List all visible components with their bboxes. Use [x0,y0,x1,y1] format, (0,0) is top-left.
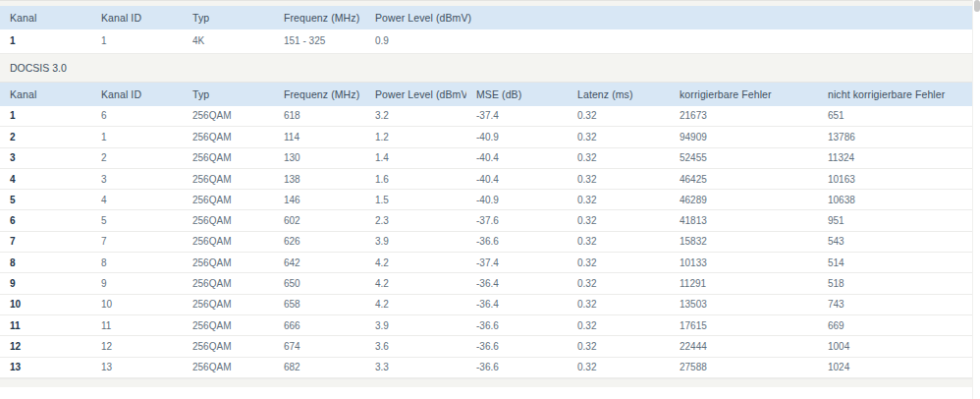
cell-nicht-korrigierbare-fehler: 11324 [818,147,972,168]
cell-kanal-id: 10 [91,294,183,314]
column-header: Frequenz (MHz) [274,6,365,29]
cell-kanal: 5 [0,190,91,210]
table-row: 3 2 256QAM 130 1.4 -40.4 0.32 52455 1132… [0,147,972,168]
cell-kanal-id: 7 [91,231,183,252]
docsis30-section-label: DOCSIS 3.0 [0,54,972,83]
cell-nicht-korrigierbare-fehler: 1024 [818,357,972,377]
cell-power-level: 2.3 [365,210,466,231]
cell-kanal: 9 [0,273,91,294]
cell-kanal: 10 [0,294,91,314]
cell-mse: -40.9 [466,190,568,210]
cell-korrigierbare-fehler: 13503 [670,294,818,314]
column-header: Frequenz (MHz) [274,83,365,106]
cell-kanal-id: 3 [91,168,183,189]
table-row: 7 7 256QAM 626 3.9 -36.6 0.32 15832 543 [0,231,972,252]
cell-mse: -37.6 [466,210,568,231]
cell-kanal-id: 5 [91,210,183,231]
cell-korrigierbare-fehler: 46425 [670,168,818,189]
cell-frequenz: 666 [274,314,365,335]
cell-nicht-korrigierbare-fehler: 10163 [818,168,972,189]
cell-power-level: 1.6 [365,168,466,189]
cell-kanal-id: 6 [91,106,183,127]
cell-latenz: 0.32 [568,253,670,273]
cell-korrigierbare-fehler: 52455 [670,147,818,168]
cell-mse: -37.4 [466,253,568,273]
cell-kanal: 12 [0,336,91,357]
bottom-section-divider [0,378,972,387]
column-header: Power Level (dBmV) [365,6,972,29]
cell-korrigierbare-fehler: 10133 [670,253,818,273]
column-header: Power Level (dBmV) [365,83,466,106]
docsis31-table-header: Kanal Kanal ID Typ Frequenz (MHz) Power … [0,6,972,29]
column-header: Kanal ID [91,83,183,106]
cell-power-level: 4.2 [365,294,466,314]
cell-power-level: 3.2 [365,106,466,127]
cell-power-level: 3.6 [365,336,466,357]
cell-typ: 256QAM [183,231,274,252]
cell-kanal: 3 [0,147,91,168]
column-header: Typ [183,83,274,106]
vertical-scrollbar[interactable] [972,0,980,399]
cell-frequenz: 114 [274,127,365,147]
cell-kanal: 1 [0,106,91,127]
cell-frequenz: 146 [274,190,365,210]
cell-mse: -40.4 [466,147,568,168]
cell-power-level: 4.2 [365,273,466,294]
cell-power-level: 1.2 [365,127,466,147]
cell-frequenz: 674 [274,336,365,357]
cell-kanal-id: 12 [91,336,183,357]
cell-nicht-korrigierbare-fehler: 543 [818,231,972,252]
table-row: 11 11 256QAM 666 3.9 -36.6 0.32 17615 66… [0,314,972,335]
cell-typ: 256QAM [183,147,274,168]
table-row: 13 13 256QAM 682 3.3 -36.6 0.32 27588 10… [0,357,972,377]
cell-kanal: 7 [0,231,91,252]
cell-korrigierbare-fehler: 41813 [670,210,818,231]
column-header: korrigierbare Fehler [670,83,818,106]
cell-power-level: 3.9 [365,314,466,335]
cell-mse: -36.4 [466,273,568,294]
modem-status-page: Kanal Kanal ID Typ Frequenz (MHz) Power … [0,0,980,399]
cell-latenz: 0.32 [568,127,670,147]
cell-korrigierbare-fehler: 46289 [670,190,818,210]
cell-nicht-korrigierbare-fehler: 743 [818,294,972,314]
cell-nicht-korrigierbare-fehler: 651 [818,106,972,127]
table-row: 8 8 256QAM 642 4.2 -37.4 0.32 10133 514 [0,253,972,273]
column-header: nicht korrigierbare Fehler [818,83,972,106]
cell-frequenz: 138 [274,168,365,189]
cell-latenz: 0.32 [568,147,670,168]
cell-typ: 256QAM [183,253,274,273]
cell-korrigierbare-fehler: 21673 [670,106,818,127]
cell-kanal-id: 1 [91,29,183,53]
scrollbar-thumb[interactable] [974,0,980,12]
cell-korrigierbare-fehler: 17615 [670,314,818,335]
header-row: Kanal Kanal ID Typ Frequenz (MHz) Power … [0,6,972,29]
cell-nicht-korrigierbare-fehler: 1004 [818,336,972,357]
cell-typ: 256QAM [183,127,274,147]
cell-typ: 4K [183,29,274,53]
table-row: 5 4 256QAM 146 1.5 -40.9 0.32 46289 1063… [0,190,972,210]
cell-latenz: 0.32 [568,314,670,335]
cell-nicht-korrigierbare-fehler: 10638 [818,190,972,210]
cell-power-level: 3.9 [365,231,466,252]
cell-latenz: 0.32 [568,357,670,377]
cell-korrigierbare-fehler: 15832 [670,231,818,252]
cell-nicht-korrigierbare-fehler: 518 [818,273,972,294]
table-row: 9 9 256QAM 650 4.2 -36.4 0.32 11291 518 [0,273,972,294]
cell-power-level: 4.2 [365,253,466,273]
cell-power-level: 1.5 [365,190,466,210]
cell-korrigierbare-fehler: 27588 [670,357,818,377]
cell-kanal-id: 11 [91,314,183,335]
cell-mse: -36.6 [466,231,568,252]
docsis31-channel-table: Kanal Kanal ID Typ Frequenz (MHz) Power … [0,6,972,54]
cell-typ: 256QAM [183,357,274,377]
cell-mse: -36.6 [466,357,568,377]
cell-kanal: 8 [0,253,91,273]
cell-kanal-id: 4 [91,190,183,210]
cell-typ: 256QAM [183,210,274,231]
cell-typ: 256QAM [183,314,274,335]
cell-mse: -36.6 [466,336,568,357]
cell-nicht-korrigierbare-fehler: 951 [818,210,972,231]
cell-power-level: 1.4 [365,147,466,168]
cell-kanal-id: 8 [91,253,183,273]
column-header: Latenz (ms) [568,83,670,106]
